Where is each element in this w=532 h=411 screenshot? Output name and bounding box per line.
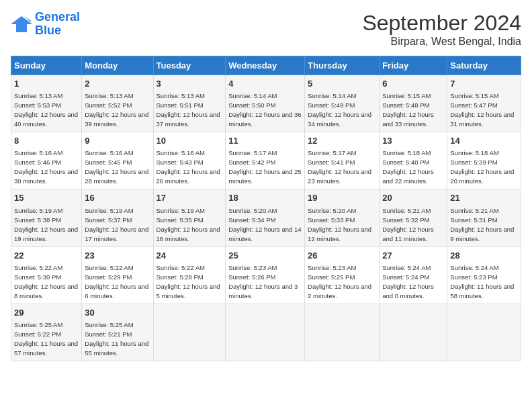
logo-text-line2: Blue — [35, 24, 80, 38]
daylight-label: Daylight: 12 hours and 3 minutes. — [228, 283, 298, 300]
header-saturday: Saturday — [447, 56, 521, 75]
daylight-label: Daylight: 11 hours and 57 minutes. — [14, 340, 78, 357]
day-number: 22 — [14, 250, 79, 262]
calendar-cell: 30Sunrise: 5:25 AMSunset: 5:21 PMDayligh… — [82, 304, 153, 361]
day-number: 27 — [382, 250, 444, 262]
day-number: 23 — [85, 250, 150, 262]
sunrise-info: Sunrise: 5:20 AM — [308, 207, 356, 214]
calendar-cell: 29Sunrise: 5:25 AMSunset: 5:22 PMDayligh… — [11, 304, 82, 361]
sunset-info: Sunset: 5:46 PM — [14, 158, 61, 166]
day-number: 2 — [85, 78, 150, 90]
sunset-info: Sunset: 5:37 PM — [85, 216, 132, 224]
daylight-label: Daylight: 12 hours and 11 minutes. — [382, 226, 434, 242]
sunrise-info: Sunrise: 5:15 AM — [382, 92, 431, 99]
day-number: 30 — [85, 307, 150, 319]
daylight-label: Daylight: 12 hours and 22 minutes. — [382, 168, 434, 185]
daylight-label: Daylight: 12 hours and 20 minutes. — [450, 168, 514, 185]
sunset-info: Sunset: 5:34 PM — [228, 216, 275, 224]
page-header: General Blue September 2024 Birpara, Wes… — [11, 11, 521, 48]
sunrise-info: Sunrise: 5:14 AM — [228, 92, 277, 99]
day-number: 19 — [308, 192, 376, 204]
sunrise-info: Sunrise: 5:18 AM — [382, 149, 431, 156]
daylight-label: Daylight: 12 hours and 31 minutes. — [450, 111, 514, 128]
calendar-cell: 5Sunrise: 5:14 AMSunset: 5:49 PMDaylight… — [305, 75, 380, 132]
day-number: 16 — [85, 192, 150, 204]
sunset-info: Sunset: 5:23 PM — [450, 273, 497, 281]
day-number: 11 — [228, 135, 302, 147]
daylight-label: Daylight: 12 hours and 5 minutes. — [157, 283, 220, 300]
day-number: 17 — [157, 192, 223, 204]
calendar-cell: 17Sunrise: 5:19 AMSunset: 5:35 PMDayligh… — [153, 189, 226, 246]
daylight-label: Daylight: 12 hours and 25 minutes. — [228, 168, 301, 185]
calendar-cell: 20Sunrise: 5:21 AMSunset: 5:32 PMDayligh… — [380, 189, 447, 246]
sunrise-info: Sunrise: 5:16 AM — [85, 149, 133, 156]
sunset-info: Sunset: 5:40 PM — [382, 158, 429, 166]
calendar-cell — [380, 304, 447, 361]
sunset-info: Sunset: 5:29 PM — [85, 273, 132, 281]
daylight-label: Daylight: 11 hours and 55 minutes. — [85, 340, 148, 357]
sunset-info: Sunset: 5:30 PM — [14, 273, 61, 281]
sunrise-info: Sunrise: 5:25 AM — [14, 321, 62, 328]
daylight-label: Daylight: 12 hours and 19 minutes. — [14, 226, 78, 242]
header-sunday: Sunday — [11, 56, 82, 75]
sunset-info: Sunset: 5:53 PM — [14, 101, 61, 109]
sunset-info: Sunset: 5:31 PM — [450, 216, 497, 224]
header-monday: Monday — [82, 56, 153, 75]
day-number: 26 — [308, 250, 376, 262]
sunrise-info: Sunrise: 5:13 AM — [85, 92, 133, 99]
calendar-cell — [305, 304, 380, 361]
sunrise-info: Sunrise: 5:17 AM — [308, 149, 356, 156]
sunset-info: Sunset: 5:28 PM — [157, 273, 204, 281]
sunrise-info: Sunrise: 5:22 AM — [85, 264, 133, 271]
header-thursday: Thursday — [305, 56, 380, 75]
sunset-info: Sunset: 5:52 PM — [85, 101, 132, 109]
daylight-label: Daylight: 12 hours and 30 minutes. — [14, 168, 78, 185]
subtitle: Birpara, West Bengal, India — [362, 36, 521, 48]
sunset-info: Sunset: 5:39 PM — [450, 158, 497, 166]
title-area: September 2024 Birpara, West Bengal, Ind… — [362, 11, 521, 48]
day-number: 28 — [450, 250, 518, 262]
header-friday: Friday — [380, 56, 447, 75]
day-number: 29 — [14, 307, 79, 319]
week-row-1: 1Sunrise: 5:13 AMSunset: 5:53 PMDaylight… — [11, 75, 521, 132]
sunrise-info: Sunrise: 5:16 AM — [157, 149, 205, 156]
calendar-cell: 21Sunrise: 5:21 AMSunset: 5:31 PMDayligh… — [447, 189, 521, 246]
calendar-cell: 15Sunrise: 5:19 AMSunset: 5:38 PMDayligh… — [11, 189, 82, 246]
logo-text-line1: General — [35, 11, 80, 24]
daylight-label: Daylight: 12 hours and 40 minutes. — [14, 111, 78, 128]
day-number: 13 — [382, 135, 444, 147]
sunset-info: Sunset: 5:25 PM — [308, 273, 355, 281]
daylight-label: Daylight: 12 hours and 14 minutes. — [228, 226, 301, 242]
sunset-info: Sunset: 5:42 PM — [228, 158, 275, 166]
sunrise-info: Sunrise: 5:13 AM — [14, 92, 62, 99]
calendar-cell: 26Sunrise: 5:23 AMSunset: 5:25 PMDayligh… — [305, 246, 380, 304]
day-number: 6 — [382, 78, 444, 90]
sunrise-info: Sunrise: 5:14 AM — [308, 92, 356, 99]
day-number: 18 — [228, 192, 302, 204]
day-number: 20 — [382, 192, 444, 204]
sunrise-info: Sunrise: 5:21 AM — [450, 207, 498, 214]
week-row-2: 8Sunrise: 5:16 AMSunset: 5:46 PMDaylight… — [11, 132, 521, 189]
calendar-cell: 19Sunrise: 5:20 AMSunset: 5:33 PMDayligh… — [305, 189, 380, 246]
calendar-cell: 3Sunrise: 5:13 AMSunset: 5:51 PMDaylight… — [153, 75, 226, 132]
calendar-cell — [153, 304, 226, 361]
calendar-cell: 27Sunrise: 5:24 AMSunset: 5:24 PMDayligh… — [380, 246, 447, 304]
daylight-label: Daylight: 12 hours and 0 minutes. — [382, 283, 434, 300]
main-title: September 2024 — [362, 11, 521, 36]
calendar-cell: 12Sunrise: 5:17 AMSunset: 5:41 PMDayligh… — [305, 132, 380, 189]
calendar-cell: 13Sunrise: 5:18 AMSunset: 5:40 PMDayligh… — [380, 132, 447, 189]
sunrise-info: Sunrise: 5:21 AM — [382, 207, 431, 214]
sunset-info: Sunset: 5:21 PM — [85, 330, 132, 338]
day-number: 14 — [450, 135, 518, 147]
daylight-label: Daylight: 12 hours and 23 minutes. — [308, 168, 371, 185]
daylight-label: Daylight: 12 hours and 28 minutes. — [85, 168, 148, 185]
calendar-cell: 28Sunrise: 5:24 AMSunset: 5:23 PMDayligh… — [447, 246, 521, 304]
daylight-label: Daylight: 12 hours and 37 minutes. — [157, 111, 220, 128]
calendar-cell: 2Sunrise: 5:13 AMSunset: 5:52 PMDaylight… — [82, 75, 153, 132]
day-number: 25 — [228, 250, 302, 262]
calendar-cell: 18Sunrise: 5:20 AMSunset: 5:34 PMDayligh… — [226, 189, 305, 246]
sunrise-info: Sunrise: 5:25 AM — [85, 321, 133, 328]
day-number: 1 — [14, 78, 79, 90]
calendar-cell: 14Sunrise: 5:18 AMSunset: 5:39 PMDayligh… — [447, 132, 521, 189]
sunrise-info: Sunrise: 5:19 AM — [85, 207, 133, 214]
